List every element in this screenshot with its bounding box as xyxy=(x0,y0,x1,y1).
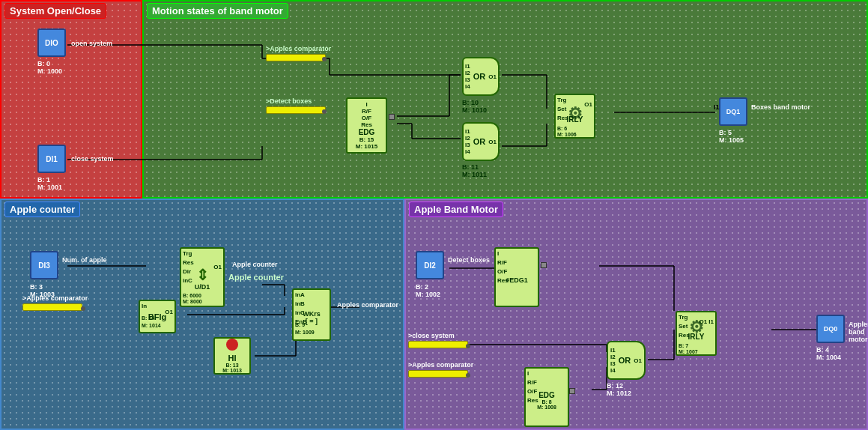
DI1-b: B: 1 xyxy=(37,176,50,184)
DI3-label: DI3 xyxy=(38,261,50,270)
gate-OR3: I1 I2 I3 I4 OR O1 xyxy=(607,341,646,380)
block-EDG2[interactable]: I R/F O/F Res #EDG1 xyxy=(494,247,539,307)
apple-counter-detect-label: Apple counter xyxy=(228,273,284,282)
block-WKrs[interactable]: inA inB inC EnB WKrs [ = ] B: 9 M: 1009 xyxy=(292,288,331,341)
EDG2-O1-port xyxy=(541,262,547,268)
block-EDG4[interactable]: I R/F O/F Res EDG B: 8 M: 1008 xyxy=(524,367,569,427)
conn-dot-1 xyxy=(322,57,327,61)
block-DI1[interactable]: DI1 xyxy=(37,145,66,173)
gate-OR2: I1 I2 I3 I4 OR O1 xyxy=(462,122,500,161)
OR2-m: M: 1011 xyxy=(462,171,487,178)
DI1-label: DI1 xyxy=(46,155,58,163)
block-DQ1[interactable]: DQ1 xyxy=(719,97,747,126)
DIO-b: B: 0 xyxy=(37,60,50,67)
apples-comparator-out-label: Apples comparator xyxy=(337,301,398,309)
conn-dot-5 xyxy=(466,344,470,348)
detect-boxes-signal xyxy=(266,106,326,114)
block-HI[interactable]: HI B: 13 M: 1013 xyxy=(213,337,251,375)
EDG4-O1-port xyxy=(569,388,575,394)
conn-dot-4 xyxy=(466,373,470,378)
OR3-m: M: 1012 xyxy=(607,390,631,397)
DQ1-I1: I1 xyxy=(714,103,720,111)
DIO-label: DIO xyxy=(45,39,58,47)
region-label-apple-band-motor: Apple Band Motor xyxy=(409,202,503,217)
block-DQ0[interactable]: DQ0 xyxy=(816,315,845,343)
DQ1-name: Boxes band motor xyxy=(751,103,810,111)
close-system-label: close system xyxy=(71,155,114,163)
EDG-O1-port xyxy=(389,114,395,120)
gate-OR1: I1 I2 I3 I4 OR O1 xyxy=(462,57,500,96)
DQ1-label: DQ1 xyxy=(726,108,741,115)
open-system-label: open system xyxy=(71,40,112,47)
OR1-b: B: 10 xyxy=(462,99,479,106)
conn-dot-2 xyxy=(322,109,327,114)
region-label-motion: Motion states of band motor xyxy=(147,3,288,19)
block-UD1[interactable]: Trg Res Dir inC ⇕ U/D1 B: 6000 M: 8000 O… xyxy=(180,247,225,307)
HI-indicator xyxy=(226,339,238,351)
apples-comparator-signal-2 xyxy=(22,303,82,311)
DI2-name: Detect boxes xyxy=(448,256,490,264)
DQ1-b: B: 5 xyxy=(719,129,732,136)
close-system-label-2: >close system xyxy=(408,332,455,339)
DI3-b: B: 3 xyxy=(30,283,43,291)
main-canvas: System Open/Close Motion states of band … xyxy=(0,0,868,430)
close-system-signal xyxy=(408,341,468,348)
apples-comparator-label-2: >Apples comparator xyxy=(22,294,88,302)
block-IRLY2[interactable]: Trg Set Res ⚙ IRLY B: 7 M: 1007 O1 I1 xyxy=(676,311,717,356)
DI2-label: DI2 xyxy=(424,261,436,270)
DI2-m: M: 1002 xyxy=(416,291,440,298)
region-label-system: System Open/Close xyxy=(4,3,106,19)
DIO-m: M: 1000 xyxy=(37,67,62,75)
UD1-apple-counter: Apple counter xyxy=(232,261,278,268)
apples-comparator-signal-3 xyxy=(408,370,468,378)
DI1-m: M: 1001 xyxy=(37,184,62,191)
conn-dot-3 xyxy=(81,306,85,311)
OR2-b: B: 11 xyxy=(462,163,479,171)
DQ0-m: M: 1004 xyxy=(816,354,841,361)
DQ0-name: Apples band motor xyxy=(849,321,868,343)
DQ0-label: DQ0 xyxy=(824,325,838,333)
block-DIO[interactable]: DIO xyxy=(37,28,66,57)
region-label-apple-counter: Apple counter xyxy=(4,202,80,217)
apples-comparator-label-3: >Apples comparator xyxy=(408,361,473,369)
DI3-name: Num. of apple xyxy=(62,256,107,264)
block-EDG-main[interactable]: I R/F O/F Res EDG B: 15 M: 1015 xyxy=(346,97,387,154)
DQ0-b: B: 4 xyxy=(816,346,829,354)
OR3-b: B: 12 xyxy=(607,382,623,390)
apples-comparator-signal-1 xyxy=(266,54,326,61)
block-BFlg[interactable]: In BFlg B: 14 M: 1014 O1 xyxy=(139,300,176,333)
region-motion-states: Motion states of band motor xyxy=(142,0,868,199)
detect-boxes-label: >Detect boxes xyxy=(266,97,312,105)
OR1-m: M: 1010 xyxy=(462,106,487,114)
DI2-b: B: 2 xyxy=(416,283,428,291)
region-apple-band-motor: Apple Band Motor xyxy=(404,199,868,430)
block-DI2[interactable]: DI2 xyxy=(416,251,444,279)
block-DI3[interactable]: DI3 xyxy=(30,251,58,279)
region-system-open-close: System Open/Close xyxy=(0,0,142,199)
block-IRLY1[interactable]: Trg Set Res ⚙ IRLY B: 6 M: 1006 O1 xyxy=(554,94,595,139)
apples-comparator-label-1: >Apples comparator xyxy=(266,45,331,52)
region-apple-counter: Apple counter xyxy=(0,199,404,430)
DQ1-m: M: 1005 xyxy=(719,136,744,144)
